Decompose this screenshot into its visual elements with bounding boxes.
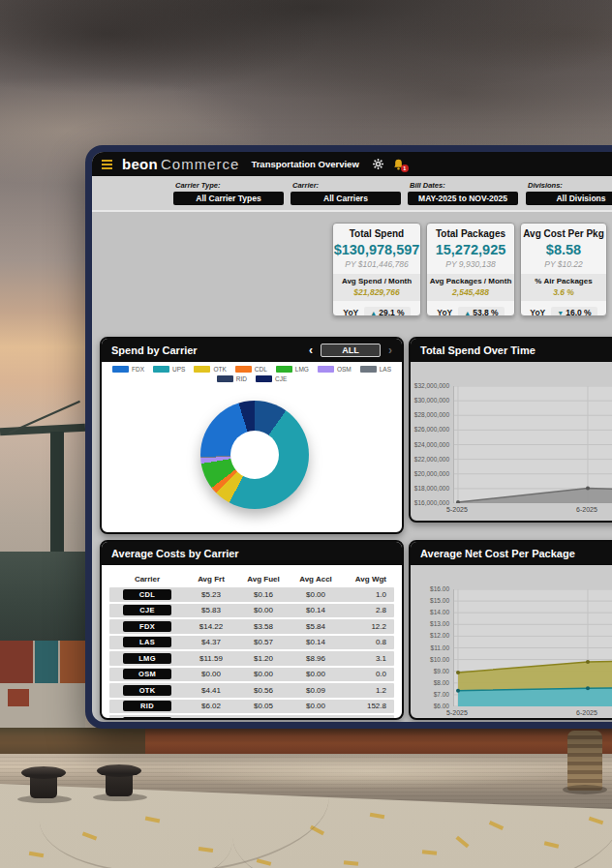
- col-header-avg-wgt: Avg Wgt: [342, 575, 394, 584]
- panel-average-net-cost: Average Net Cost Per Package $16.00$15.0…: [409, 540, 612, 720]
- carrier-pill[interactable]: OSM: [123, 669, 171, 679]
- carrier-pill[interactable]: FDX: [123, 621, 171, 632]
- chevron-right-icon[interactable]: ›: [388, 344, 392, 356]
- kpi-card-avg-cost-per-pkg: Avg Cost Per Pkg $8.58 PY $10.22 % Air P…: [520, 223, 607, 316]
- y-axis-label: $24,000,000: [411, 441, 449, 448]
- y-axis-label: $16,000,000: [411, 499, 449, 506]
- y-axis-label: $32,000,000: [411, 382, 449, 389]
- legend-item-cdl[interactable]: CDL: [235, 366, 267, 373]
- value-cell: $0.00: [290, 590, 342, 599]
- y-axis-label: $18,000,000: [411, 485, 449, 492]
- table-row: OTK$4.41$0.56$0.091.2: [109, 683, 394, 698]
- value-cell: $4.37: [185, 638, 237, 646]
- table-row: OSM$0.00$0.00$0.000.0: [109, 668, 394, 682]
- bill-dates-dropdown[interactable]: MAY-2025 to NOV-2025: [408, 192, 518, 205]
- legend-item-otk[interactable]: OTK: [194, 366, 226, 373]
- app-header: beon Commerce Transportation Overview 1: [92, 152, 612, 176]
- chart-plot-area: [453, 589, 612, 706]
- chevron-left-icon[interactable]: ‹: [309, 344, 313, 356]
- y-axis-label: $9.00: [411, 668, 449, 674]
- panel-title: Average Costs by Carrier: [111, 548, 239, 559]
- col-header-avg-accl: Avg Accl: [290, 575, 342, 584]
- legend-item-cje[interactable]: CJE: [256, 375, 287, 382]
- value-cell: $0.05: [237, 702, 290, 710]
- carrier-pill[interactable]: LAS: [123, 637, 171, 647]
- carrier-type-dropdown[interactable]: All Carrier Types: [173, 192, 284, 205]
- carrier-pill[interactable]: UPS: [123, 717, 171, 720]
- menu-icon[interactable]: [102, 160, 112, 169]
- carrier-cell: FDX: [109, 621, 185, 632]
- kpi-yoy-row: YoY ▲53.8 %: [427, 307, 514, 316]
- chart-plot-area: [453, 386, 612, 503]
- legend-label: LAS: [380, 366, 391, 373]
- ship-hull-dark-section: [0, 728, 145, 755]
- spend-donut-chart[interactable]: [200, 401, 309, 509]
- value-cell: 2.8: [342, 606, 394, 614]
- legend-label: LMG: [295, 366, 309, 373]
- legend-item-fdx[interactable]: FDX: [112, 366, 144, 373]
- value-cell: $6.02: [185, 702, 237, 710]
- legend-item-lmg[interactable]: LMG: [276, 366, 309, 373]
- yoy-label: YoY: [530, 308, 545, 316]
- panel-header: Total Spend Over Time: [411, 339, 612, 362]
- value-cell: 3.1: [342, 654, 394, 663]
- notification-badge: 1: [401, 165, 409, 172]
- legend-label: UPS: [172, 366, 185, 373]
- carrier-dropdown[interactable]: All Carriers: [291, 192, 401, 205]
- value-cell: 1.2: [342, 686, 394, 695]
- yoy-value: 16.0 %: [566, 308, 591, 316]
- y-axis-label: $12.00: [411, 632, 449, 639]
- legend-item-ups[interactable]: UPS: [153, 366, 185, 373]
- value-cell: $0.56: [237, 686, 290, 695]
- value-cell: $0.00: [290, 702, 342, 710]
- carrier-pill[interactable]: CDL: [123, 589, 171, 600]
- filter-bar: Carrier Type: All Carrier Types Carrier:…: [92, 176, 612, 212]
- brand-suffix: Commerce: [161, 156, 239, 172]
- legend-item-las[interactable]: LAS: [360, 366, 391, 373]
- value-cell: $8.96: [290, 654, 342, 663]
- col-header-carrier: Carrier: [109, 575, 185, 584]
- panel-header: Average Net Cost Per Package: [411, 542, 612, 565]
- kpi-sub-band: Avg Packages / Month 2,545,488: [427, 274, 514, 301]
- col-header-avg-frt: Avg Frt: [185, 575, 237, 584]
- carrier-pill[interactable]: CJE: [123, 605, 171, 615]
- divisions-dropdown[interactable]: All Divisions: [526, 192, 612, 205]
- kpi-sub-value: 3.6 %: [521, 287, 606, 297]
- panel-title: Spend by Carrier: [111, 344, 198, 356]
- net-cost-chart[interactable]: $16.00$15.00$14.00$13.00$12.00$11.00$10.…: [411, 565, 612, 718]
- brand-name: beon: [122, 156, 158, 172]
- legend-item-osm[interactable]: OSM: [318, 366, 352, 373]
- value-cell: $9.40: [185, 718, 237, 720]
- table-row: UPS$9.40$0.27$0.953.8: [109, 715, 394, 720]
- table-row: CDL$5.23$0.16$0.001.0: [109, 587, 394, 602]
- carrier-cell: CDL: [109, 589, 185, 600]
- value-cell: $4.41: [185, 686, 237, 695]
- all-carriers-toggle-button[interactable]: ALL: [321, 344, 381, 357]
- x-axis-label: 5-2025: [446, 506, 468, 513]
- filter-label: Carrier:: [291, 181, 401, 190]
- kpi-value: $8.58: [521, 242, 606, 257]
- carrier-pill[interactable]: OTK: [123, 685, 171, 696]
- bell-icon[interactable]: 1: [393, 159, 404, 170]
- kpi-sub-label: Avg Packages / Month: [427, 277, 514, 285]
- y-axis-label: $22,000,000: [411, 456, 449, 463]
- dashboard-body: beon Commerce Transportation Overview 1 …: [92, 152, 612, 722]
- carrier-pill[interactable]: RID: [123, 701, 171, 711]
- legend-label: OSM: [337, 366, 352, 373]
- gear-icon[interactable]: [373, 159, 383, 169]
- y-axis-label: $6.00: [411, 703, 449, 709]
- filter-label: Carrier Type:: [173, 181, 284, 190]
- kpi-sub-band: % Air Packages 3.6 %: [521, 274, 606, 301]
- y-axis-label: $11.00: [411, 644, 449, 651]
- costs-table: Carrier Avg Frt Avg Fuel Avg Accl Avg Wg…: [102, 565, 402, 720]
- legend-item-rid[interactable]: RID: [217, 375, 247, 382]
- carrier-pill[interactable]: LMG: [123, 653, 171, 664]
- kpi-value: 15,272,925: [427, 242, 514, 257]
- panel-average-costs-by-carrier: Average Costs by Carrier Carrier Avg Frt…: [100, 540, 404, 720]
- legend-label: RID: [236, 375, 247, 382]
- panel-header: Spend by Carrier ‹ ALL ›: [102, 339, 402, 362]
- yoy-pill: ▲29.1 %: [364, 307, 410, 316]
- total-spend-chart[interactable]: $32,000,000$30,000,000$28,000,000$26,000…: [411, 362, 612, 521]
- value-cell: $14.22: [185, 622, 237, 631]
- value-cell: 152.8: [342, 702, 394, 710]
